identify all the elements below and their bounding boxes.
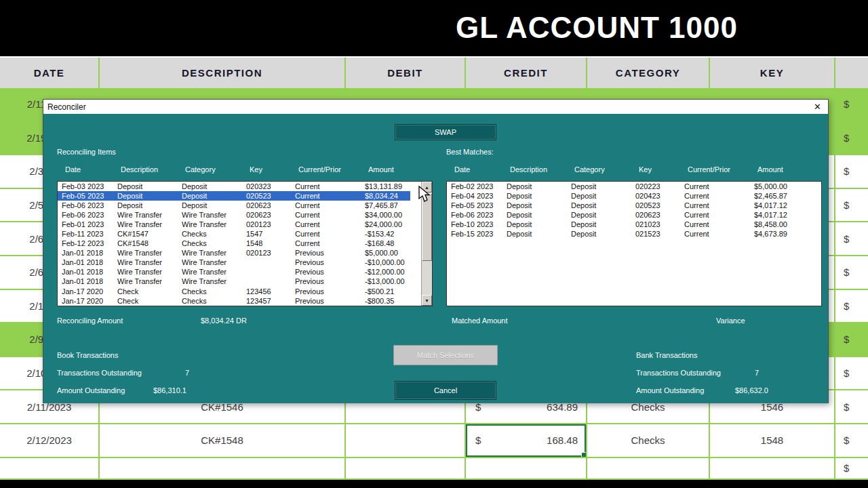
currency-symbol: $	[475, 434, 481, 446]
cell-dollar[interactable]: $	[835, 357, 868, 390]
bank-amount-label: Amount Outstanding	[636, 386, 704, 394]
cell-dollar[interactable]: $	[835, 390, 868, 423]
cell-credit[interactable]: $ 168.48	[466, 424, 587, 457]
reconciler-dialog: Reconciler ✕ SWAP Reconciling Items Best…	[43, 99, 829, 403]
column-header-description: DESCRIPTION	[100, 58, 346, 88]
dialog-body: SWAP Reconciling Items Best Matches: Dat…	[43, 114, 828, 403]
cell-dollar[interactable]: $	[835, 424, 868, 457]
cell-dollar[interactable]: $	[835, 323, 868, 356]
cell-date[interactable]: 2/12/2023	[0, 424, 100, 457]
list-item[interactable]: Feb-05 2023 Deposit Deposit 020523 Curre…	[447, 201, 800, 210]
cell-description[interactable]	[100, 458, 346, 479]
reconciling-items-list[interactable]: ▲ ▼ Feb-03 2023 Deposit Deposit 020323 C…	[57, 181, 433, 306]
list-header-category: Category	[185, 165, 250, 174]
list-item[interactable]: Jan-17 2020 Check Checks 123457 Previous…	[58, 296, 410, 306]
book-transactions-label: Book Transactions	[57, 351, 119, 359]
cell-dollar[interactable]: $	[835, 88, 868, 121]
list-item[interactable]: Jan-01 2018 Wire Transfer Wire Transfer …	[58, 267, 410, 277]
variance-label: Variance	[716, 317, 745, 325]
credit-amount: 168.48	[547, 434, 578, 446]
close-icon[interactable]: ✕	[807, 102, 828, 112]
column-header-debit: DEBIT	[346, 58, 466, 88]
bank-amount-value: $86,632.0	[735, 386, 768, 394]
book-outstanding-label: Transactions Outstanding	[57, 369, 142, 377]
table-row: 2/12/2023 CK#1548 $ 168.48 Checks 1548 $	[0, 424, 868, 458]
list-item[interactable]: Feb-06 2023 Wire Transfer Wire Transfer …	[58, 210, 410, 220]
list-header-amount: Amount	[368, 165, 423, 174]
list-header-description: Description	[121, 165, 185, 174]
column-header-extra	[835, 58, 868, 88]
cell-debit[interactable]	[346, 458, 466, 479]
list-item[interactable]: Feb-11 2023 CK#1547 Checks 1547 Current …	[58, 229, 410, 239]
book-amount-label: Amount Outstanding	[57, 386, 125, 394]
page-title: GL ACCOUNT 1000	[456, 11, 738, 45]
column-header-date: DATE	[0, 58, 100, 88]
list-header-current-prior: Current/Prior	[298, 165, 368, 174]
best-matches-list[interactable]: Feb-02 2023 Deposit Deposit 020223 Curre…	[446, 181, 822, 306]
cell-dollar[interactable]: $	[835, 222, 868, 255]
reconciling-amount-label: Reconciling Amount	[57, 317, 123, 325]
list-item[interactable]: Jan-01 2018 Wire Transfer Wire Transfer …	[58, 277, 410, 286]
list-item[interactable]: Feb-06 2023 Deposit Deposit 020623 Curre…	[447, 210, 800, 220]
cell-date[interactable]	[0, 458, 100, 479]
bank-outstanding-label: Transactions Outstanding	[636, 369, 721, 377]
cell-dollar[interactable]: $	[835, 290, 868, 323]
bank-outstanding-value: 7	[755, 369, 759, 377]
right-list-header-row: Date Description Category Key Current/Pr…	[446, 165, 812, 174]
list-item[interactable]: Feb-03 2023 Deposit Deposit 020323 Curre…	[58, 182, 410, 191]
matched-amount-label: Matched Amount	[452, 317, 508, 325]
book-amount-value: $86,310.1	[153, 386, 186, 394]
title-banner: GL ACCOUNT 1000	[0, 0, 868, 56]
dialog-titlebar[interactable]: Reconciler ✕	[43, 100, 828, 114]
cell-key[interactable]	[710, 458, 835, 479]
list-item[interactable]: Feb-06 2023 Deposit Deposit 020623 Curre…	[58, 201, 410, 210]
list-item[interactable]: Feb-10 2023 Deposit Deposit 021023 Curre…	[447, 220, 800, 229]
list-header-category: Category	[574, 165, 639, 174]
cell-dollar[interactable]: $	[835, 155, 868, 188]
list-item[interactable]: Jan-17 2020 Check Checks 123456 Previous…	[58, 287, 410, 296]
cell-debit[interactable]	[346, 424, 466, 457]
cell-category[interactable]: Checks	[587, 424, 710, 457]
reconciling-amount-value: $8,034.24 DR	[201, 317, 247, 325]
list-item[interactable]: Feb-02 2023 Deposit Deposit 020223 Curre…	[447, 182, 800, 191]
list-header-key: Key	[639, 165, 688, 174]
match-selections-button[interactable]: Match Selections	[393, 345, 498, 365]
scroll-down-icon[interactable]: ▼	[422, 295, 432, 306]
cell-key[interactable]: 1548	[710, 424, 835, 457]
cell-description[interactable]: CK#1548	[100, 424, 346, 457]
list-item[interactable]: Jan-01 2018 Wire Transfer Wire Transfer …	[58, 258, 410, 267]
cell-dollar[interactable]: $	[835, 256, 868, 289]
mouse-cursor	[418, 186, 431, 206]
list-header-date: Date	[65, 165, 121, 174]
cell-category[interactable]	[587, 458, 710, 479]
excel-window: GL ACCOUNT 1000 DATE DESCRIPTION DEBIT C…	[0, 0, 868, 488]
list-item[interactable]: Jan-01 2018 Wire Transfer Wire Transfer …	[58, 248, 410, 258]
column-header-category: CATEGORY	[587, 58, 710, 88]
sheet-header-row: DATE DESCRIPTION DEBIT CREDIT CATEGORY K…	[0, 56, 868, 88]
cell-dollar[interactable]: $	[835, 122, 868, 155]
bank-transactions-label: Bank Transactions	[636, 351, 698, 359]
list-item[interactable]: Feb-04 2023 Deposit Deposit 020423 Curre…	[447, 191, 800, 201]
list-header-key: Key	[250, 165, 298, 174]
dialog-title: Reconciler	[47, 102, 86, 112]
left-list-header-row: Date Description Category Key Current/Pr…	[57, 165, 423, 174]
list-item[interactable]: Feb-15 2023 Deposit Deposit 021523 Curre…	[447, 229, 800, 239]
table-row: $	[0, 458, 868, 480]
list-header-description: Description	[510, 165, 574, 174]
list-item[interactable]: Feb-05 2023 Deposit Deposit 020523 Curre…	[58, 191, 410, 201]
list-item[interactable]: Feb-01 2023 Wire Transfer Wire Transfer …	[58, 220, 410, 229]
column-header-credit: CREDIT	[466, 58, 587, 88]
reconciling-items-label: Reconciling Items	[57, 148, 116, 156]
column-header-key: KEY	[710, 58, 835, 88]
cell-dollar[interactable]: $	[835, 458, 868, 479]
cancel-button[interactable]: Cancel	[395, 381, 496, 400]
swap-button[interactable]: SWAP	[395, 124, 496, 140]
list-header-amount: Amount	[757, 165, 812, 174]
list-header-current-prior: Current/Prior	[688, 165, 757, 174]
list-header-date: Date	[454, 165, 510, 174]
list-item[interactable]: Feb-12 2023 CK#1548 Checks 1548 Current …	[58, 239, 410, 248]
cell-credit[interactable]	[466, 458, 587, 479]
cell-dollar[interactable]: $	[835, 189, 868, 222]
best-matches-label: Best Matches:	[446, 148, 494, 156]
book-outstanding-value: 7	[185, 369, 189, 377]
